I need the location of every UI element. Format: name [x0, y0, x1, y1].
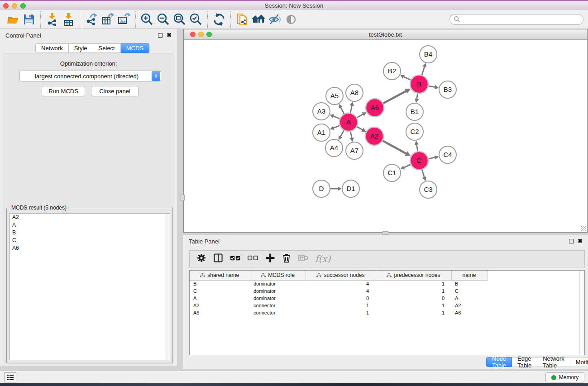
- edge-A-A8[interactable]: [350, 105, 352, 113]
- cell-MCDS-role[interactable]: dominator: [250, 280, 306, 287]
- edge-B-B4[interactable]: [422, 66, 425, 75]
- tab-style[interactable]: Style: [69, 43, 93, 53]
- close-panel-button[interactable]: Close panel: [91, 86, 139, 96]
- cell-shared-name[interactable]: C: [190, 287, 250, 295]
- result-item[interactable]: C: [10, 237, 170, 244]
- run-mcds-button[interactable]: Run MCDS: [42, 86, 85, 96]
- node-table[interactable]: shared nameMCDS rolesuccessor nodesprede…: [190, 271, 584, 316]
- tab-node-table[interactable]: Node Table: [486, 357, 512, 367]
- tab-mcds[interactable]: MCDS: [121, 43, 149, 53]
- edge-C-C4[interactable]: [429, 157, 436, 158]
- zoom-fit-icon[interactable]: [172, 11, 188, 28]
- cell-successor-nodes[interactable]: 1: [306, 302, 376, 309]
- edge-A-A1[interactable]: [333, 126, 339, 129]
- refresh-icon[interactable]: [211, 11, 227, 28]
- show-eye-icon[interactable]: [283, 11, 299, 28]
- search-field[interactable]: [449, 14, 583, 25]
- cell-successor-nodes[interactable]: 1: [306, 309, 376, 316]
- cell-name[interactable]: A6: [451, 309, 487, 316]
- duplicate-network-icon[interactable]: [234, 11, 250, 28]
- zoom-out-icon[interactable]: [155, 11, 172, 28]
- deselect-boxes-icon[interactable]: [247, 253, 259, 265]
- horizontal-splitter-grip[interactable]: [382, 231, 388, 235]
- column-header-MCDS-role[interactable]: MCDS role: [250, 271, 306, 280]
- window-resize-grip[interactable]: [581, 226, 586, 231]
- table-scrollbar[interactable]: [579, 271, 584, 355]
- vertical-splitter-grip[interactable]: [181, 195, 185, 200]
- table-row[interactable]: Bdominator41B: [190, 280, 584, 287]
- column-header-shared-name[interactable]: shared name: [190, 271, 250, 280]
- close-window-button[interactable]: [3, 3, 9, 9]
- cell-successor-nodes[interactable]: 8: [306, 295, 376, 302]
- result-item[interactable]: A6: [10, 244, 170, 252]
- float-panel-icon[interactable]: [158, 33, 163, 38]
- edge-C-C2[interactable]: [416, 144, 418, 152]
- open-session-icon[interactable]: [5, 11, 21, 28]
- tab-network-table[interactable]: Network Table: [537, 357, 570, 367]
- edge-A-A3[interactable]: [333, 116, 339, 119]
- window-controls[interactable]: [3, 3, 26, 9]
- cell-MCDS-role[interactable]: dominator: [250, 295, 306, 302]
- table-row[interactable]: A6connector11A6: [190, 309, 584, 316]
- edge-A-A6[interactable]: [357, 114, 363, 118]
- edge-A-A7[interactable]: [350, 132, 352, 139]
- close-network-button[interactable]: [190, 32, 196, 37]
- save-session-icon[interactable]: [21, 11, 37, 28]
- edge-B-B2[interactable]: [403, 76, 411, 80]
- cell-name[interactable]: A2: [451, 302, 487, 309]
- cell-predecessor-nodes[interactable]: 1: [376, 280, 451, 287]
- close-table-panel-icon[interactable]: ✖: [578, 239, 583, 243]
- edge-C-C1[interactable]: [403, 165, 411, 168]
- mcds-result-list[interactable]: A2ABCA6: [10, 213, 170, 360]
- edge-A2-C[interactable]: [382, 141, 406, 154]
- result-item[interactable]: B: [10, 229, 170, 237]
- cell-MCDS-role[interactable]: dominator: [250, 287, 306, 295]
- hide-eye-icon[interactable]: [267, 11, 283, 28]
- network-canvas[interactable]: B4B2BB3A8A5A6A3B1AC2A1A2A4A7C4CC1C3DD1: [184, 40, 587, 232]
- export-table-icon[interactable]: [100, 11, 116, 28]
- edge-A-A2[interactable]: [357, 127, 363, 130]
- cell-predecessor-nodes[interactable]: 1: [376, 302, 451, 309]
- float-table-panel-icon[interactable]: [569, 239, 574, 243]
- tab-select[interactable]: Select: [93, 43, 121, 53]
- table-row[interactable]: Cdominator41C: [190, 287, 584, 295]
- table-row[interactable]: Adominator80A: [190, 295, 584, 302]
- zoom-window-button[interactable]: [20, 3, 26, 9]
- cell-name[interactable]: A: [451, 295, 487, 302]
- settings-gear-icon[interactable]: [196, 253, 207, 265]
- minimize-network-button[interactable]: [198, 32, 204, 37]
- zoom-selected-icon[interactable]: [188, 11, 204, 28]
- minimize-window-button[interactable]: [12, 3, 17, 9]
- cell-predecessor-nodes[interactable]: 0: [376, 295, 451, 302]
- zoom-in-icon[interactable]: [139, 11, 155, 28]
- edge-A6-B[interactable]: [383, 91, 407, 104]
- network-window-titlebar[interactable]: testGlobe.txt: [184, 29, 587, 40]
- column-header-name[interactable]: name: [451, 271, 487, 280]
- cell-predecessor-nodes[interactable]: 1: [376, 309, 451, 316]
- cell-shared-name[interactable]: B: [190, 280, 250, 287]
- function-fx-icon[interactable]: f(x): [315, 253, 330, 264]
- export-network-icon[interactable]: [83, 11, 100, 28]
- memory-button[interactable]: Memory: [545, 372, 584, 382]
- cell-shared-name[interactable]: A: [190, 295, 250, 302]
- cell-name[interactable]: B: [451, 280, 487, 287]
- column-header-predecessor-nodes[interactable]: predecessor nodes: [376, 271, 451, 280]
- edge-A-A4[interactable]: [340, 130, 344, 137]
- tab-network[interactable]: Network: [35, 43, 69, 53]
- zoom-network-button[interactable]: [206, 32, 212, 37]
- network-window-controls[interactable]: [190, 32, 212, 37]
- home-icon[interactable]: [250, 11, 267, 28]
- close-panel-icon[interactable]: ✖: [167, 33, 172, 38]
- network-graph[interactable]: B4B2BB3A8A5A6A3B1AC2A1A2A4A7C4CC1C3DD1: [184, 40, 587, 232]
- result-item[interactable]: A: [10, 221, 170, 229]
- table-row[interactable]: A2connector11A2: [190, 302, 584, 309]
- cell-predecessor-nodes[interactable]: 1: [376, 287, 451, 295]
- cell-MCDS-role[interactable]: connector: [250, 309, 306, 316]
- tab-edge-table[interactable]: Edge Table: [512, 357, 537, 367]
- edge-C-C3[interactable]: [422, 170, 425, 178]
- cell-shared-name[interactable]: A2: [190, 302, 250, 309]
- search-input[interactable]: [460, 15, 583, 24]
- add-column-icon[interactable]: [265, 253, 276, 265]
- cell-shared-name[interactable]: A6: [190, 309, 250, 316]
- cell-successor-nodes[interactable]: 4: [306, 287, 376, 295]
